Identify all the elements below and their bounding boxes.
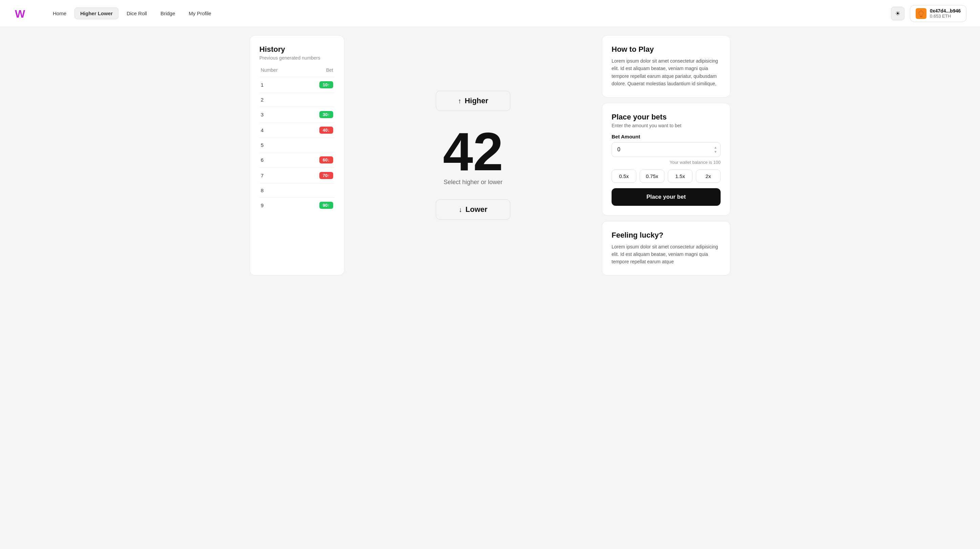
wallet-badge[interactable]: 0x47d4...b946 0.653 ETH [910, 5, 966, 22]
row-number: 8 [261, 187, 264, 193]
history-subtitle: Previous generated numbers [259, 55, 334, 60]
spinner-down[interactable]: ▼ [714, 150, 717, 154]
row-number: 6 [261, 157, 264, 163]
col-number: Number [261, 67, 278, 73]
row-number: 4 [261, 127, 264, 133]
spinner-up[interactable]: ▲ [714, 146, 717, 149]
wallet-balance: 0.653 ETH [930, 14, 961, 19]
row-number: 3 [261, 112, 264, 117]
nav-right: ☀ 0x47d4...b946 0.653 ETH [891, 5, 966, 22]
bet-badge: 30↑ [319, 111, 333, 118]
wallet-address: 0x47d4...b946 [930, 8, 961, 14]
row-number: 1 [261, 82, 264, 88]
nav-link-bridge[interactable]: Bridge [155, 8, 180, 19]
multiplier-button-15x[interactable]: 1.5x [668, 170, 692, 183]
table-row: 660↓ [259, 152, 334, 168]
history-title: History [259, 45, 334, 54]
higher-label: Higher [465, 97, 488, 105]
navbar: W HomeHigher LowerDice RollBridgeMy Prof… [0, 0, 980, 27]
logo[interactable]: W [14, 6, 29, 21]
place-bets-subtitle: Enter the amount you want to bet [612, 123, 721, 128]
history-panel: History Previous generated numbers Numbe… [250, 35, 344, 276]
arrow-up-icon: ↑ [458, 97, 461, 105]
how-to-play-text: Lorem ipsum dolor sit amet consectetur a… [612, 57, 721, 88]
bet-badge: 40↓ [319, 127, 333, 134]
bet-badge: 60↓ [319, 156, 333, 163]
current-number-display: 42 Select higher or lower [443, 125, 503, 186]
nav-link-higher-lower[interactable]: Higher Lower [75, 8, 119, 19]
table-row: 8 [259, 183, 334, 197]
higher-button[interactable]: ↑ Higher [436, 91, 510, 111]
table-row: 330↑ [259, 106, 334, 122]
big-number: 42 [443, 125, 503, 179]
lower-label: Lower [466, 205, 488, 214]
svg-text:W: W [15, 8, 25, 20]
multiplier-row: 0.5x0.75x1.5x2x [612, 170, 721, 183]
place-bet-button[interactable]: Place your bet [612, 188, 721, 206]
feeling-lucky-title: Feeling lucky? [612, 231, 721, 240]
multiplier-button-05x[interactable]: 0.5x [612, 170, 636, 183]
table-row: 440↓ [259, 122, 334, 138]
table-row: 5 [259, 138, 334, 152]
table-row: 2 [259, 92, 334, 106]
bet-amount-input[interactable] [612, 142, 721, 157]
place-bets-title: Place your bets [612, 113, 721, 122]
col-bet: Bet [326, 67, 333, 73]
history-rows: 110↑2330↑440↓5660↓770↑8990↑ [259, 77, 334, 213]
bet-badge: 10↑ [319, 81, 333, 88]
multiplier-button-075x[interactable]: 0.75x [640, 170, 664, 183]
row-number: 7 [261, 173, 264, 178]
how-to-play-title: How to Play [612, 45, 721, 54]
bet-badge: 90↑ [319, 202, 333, 209]
feeling-lucky-text: Lorem ipsum dolor sit amet consectetur a… [612, 243, 721, 266]
lower-button[interactable]: ↓ Lower [436, 199, 510, 220]
feeling-lucky-card: Feeling lucky? Lorem ipsum dolor sit ame… [602, 221, 730, 276]
main-content: History Previous generated numbers Numbe… [236, 27, 744, 284]
table-row: 990↑ [259, 197, 334, 213]
row-number: 2 [261, 97, 264, 103]
how-to-play-card: How to Play Lorem ipsum dolor sit amet c… [602, 35, 730, 97]
row-number: 9 [261, 202, 264, 208]
history-table: Number Bet 110↑2330↑440↓5660↓770↑8990↑ [259, 67, 334, 213]
nav-link-dice-roll[interactable]: Dice Roll [121, 8, 153, 19]
table-row: 110↑ [259, 77, 334, 92]
table-row: 770↑ [259, 168, 334, 183]
arrow-down-icon: ↓ [459, 206, 462, 214]
metamask-icon [916, 8, 926, 19]
input-spinner[interactable]: ▲ ▼ [714, 146, 717, 154]
nav-links: HomeHigher LowerDice RollBridgeMy Profil… [48, 8, 880, 19]
bet-badge: 70↑ [319, 172, 333, 179]
wallet-info: 0x47d4...b946 0.653 ETH [930, 8, 961, 19]
nav-link-home[interactable]: Home [48, 8, 72, 19]
wallet-balance-info: Your wallet balance is 100 [612, 160, 721, 165]
game-panel: ↑ Higher 42 Select higher or lower ↓ Low… [353, 35, 593, 276]
select-label: Select higher or lower [443, 179, 503, 186]
row-number: 5 [261, 142, 264, 148]
multiplier-button-2x[interactable]: 2x [696, 170, 721, 183]
place-bets-card: Place your bets Enter the amount you wan… [602, 103, 730, 216]
bet-amount-label: Bet Amount [612, 134, 721, 140]
history-header: Number Bet [259, 67, 334, 77]
theme-toggle-button[interactable]: ☀ [891, 7, 905, 20]
nav-link-my-profile[interactable]: My Profile [183, 8, 217, 19]
bet-input-wrap: ▲ ▼ [612, 142, 721, 157]
right-panel: How to Play Lorem ipsum dolor sit amet c… [602, 35, 730, 276]
